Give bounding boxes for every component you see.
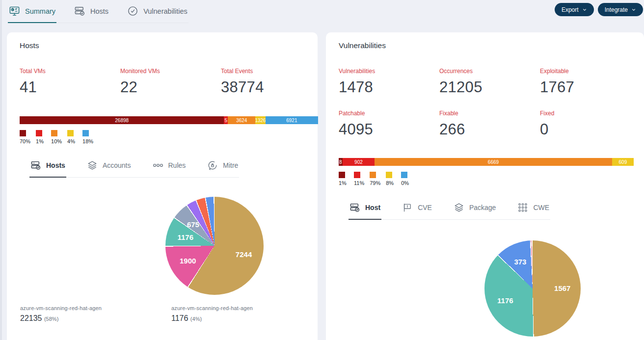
stat-value: 22 (120, 78, 221, 96)
main-tabs: Summary Hosts Vulnerabiliti (8, 0, 188, 23)
legend-color-swatch (401, 172, 407, 178)
legend-item: 4% (67, 130, 77, 144)
legend-percentage: 10% (51, 138, 62, 144)
subtab-hosts[interactable]: Hosts (29, 157, 66, 177)
legend-color-swatch (51, 130, 57, 136)
stat-label: Fixed (540, 110, 641, 117)
stat-label: Occurrences (439, 68, 540, 75)
pie-slice-label: 373 (514, 257, 526, 265)
pie-slice-label: 1176 (497, 296, 513, 305)
pie-slice-label: 7244 (236, 250, 252, 259)
stat-value: 41 (20, 78, 120, 96)
stat-value: 266 (439, 121, 540, 138)
stat-fixed: Fixed 0 (540, 110, 641, 138)
legend-color-swatch (67, 130, 74, 136)
subtab-label: CWE (533, 204, 549, 211)
stat-patchable: Patchable 4095 (339, 110, 439, 138)
legend-percentage: 0% (401, 180, 411, 186)
hosts-stats-row: Total VMs 41 Monitored VMs 22 Total Even… (20, 68, 322, 96)
host-name: azure-vm-scanning-red-hat-agen (171, 305, 322, 311)
shield-icon (127, 5, 138, 17)
vuln-bar-legend: 1%11%79%8%0% (339, 172, 411, 186)
vuln-sub-tabs: Host CVE Package (349, 199, 550, 220)
export-button-label: Export (562, 6, 579, 13)
pie-legend-entry: azure-vm-scanning-red-hat-agen 1176 (4%) (171, 305, 322, 323)
subtab-accounts[interactable]: Accounts (86, 157, 132, 177)
host-events-pct: (58%) (44, 316, 58, 322)
stat-label: Total VMs (20, 68, 120, 75)
stat-occurrences: Occurrences 21205 (439, 68, 540, 96)
legend-percentage: 11% (354, 180, 364, 186)
legend-color-swatch (36, 130, 42, 136)
pie-slice-label: 1176 (177, 233, 193, 241)
vulnerabilities-panel: Vulnerabilities Vulnerabilities 1478 Occ… (326, 32, 644, 340)
bar-segment: 8 (339, 158, 343, 166)
stat-label: Monitored VMs (120, 68, 221, 75)
hosts-panel-title: Hosts (20, 41, 39, 50)
top-bar: Summary Hosts Vulnerabiliti (0, 0, 644, 32)
server-icon (74, 5, 85, 17)
subtab-label: Mitre (223, 161, 238, 169)
legend-item: 18% (82, 130, 93, 144)
vuln-stacked-bar: 89026669609 (339, 158, 634, 166)
bar-segment: 6669 (375, 158, 612, 166)
legend-item: 11% (354, 172, 364, 186)
dashboard-monitor-icon (9, 5, 20, 17)
bar-segment: 6921 (266, 116, 318, 124)
subtab-rules[interactable]: Rules (152, 157, 187, 177)
subtab-host[interactable]: Host (349, 199, 381, 219)
vuln-pie-chart: 15671176373 (484, 240, 581, 337)
export-button[interactable]: Export (555, 3, 594, 16)
stat-label: Fixable (439, 110, 540, 117)
legend-percentage: 18% (82, 138, 93, 144)
subtab-mitre[interactable]: Mitre (206, 157, 239, 177)
legend-percentage: 1% (339, 180, 349, 186)
legend-item: 1% (339, 172, 349, 186)
hosts-stacked-bar: 268985362413266921 (20, 116, 318, 124)
layers-icon (87, 160, 98, 171)
integrate-button[interactable]: Integrate (598, 3, 643, 16)
legend-percentage: 79% (370, 180, 380, 186)
tab-vulnerabilities[interactable]: Vulnerabilities (126, 0, 188, 23)
host-events-value: 1176 (171, 314, 188, 322)
subtab-label: Accounts (103, 161, 131, 169)
hosts-panel: Hosts Total VMs 41 Monitored VMs 22 Tota… (7, 32, 318, 340)
flag-alert-icon (402, 202, 413, 213)
stat-total-events: Total Events 38774 (221, 68, 322, 96)
pie-legend-entry: azure-vm-scanning-red-hat-agen 22135 (58… (20, 305, 171, 323)
three-circles-icon (153, 160, 163, 171)
stat-value: 4095 (339, 121, 439, 138)
legend-item: 8% (386, 172, 396, 186)
vuln-stats-row-1: Vulnerabilities 1478 Occurrences 21205 E… (339, 68, 641, 96)
legend-color-swatch (354, 172, 360, 178)
subtab-cve[interactable]: CVE (401, 199, 433, 219)
tab-vulnerabilities-label: Vulnerabilities (143, 7, 188, 15)
subtab-label: Rules (168, 161, 186, 169)
hosts-pie-legend: azure-vm-scanning-red-hat-agen 22135 (58… (20, 305, 322, 323)
subtab-package[interactable]: Package (453, 199, 497, 219)
tab-hosts[interactable]: Hosts (73, 0, 109, 23)
tab-summary[interactable]: Summary (8, 0, 56, 23)
legend-item: 1% (36, 130, 46, 144)
legend-item: 79% (370, 172, 380, 186)
bar-segment: 5 (224, 116, 228, 124)
vuln-stats-row-2: Patchable 4095 Fixable 266 Fixed 0 (339, 110, 641, 138)
pie-slice-label: 1900 (180, 256, 196, 264)
stat-monitored-vms: Monitored VMs 22 (120, 68, 221, 96)
stat-fixable: Fixable 266 (439, 110, 540, 138)
lock-cycle-icon (207, 160, 218, 171)
subtab-label: Package (469, 204, 496, 211)
legend-percentage: 1% (36, 138, 46, 144)
subtab-cwe[interactable]: CWE (516, 199, 550, 219)
vulnerabilities-panel-title: Vulnerabilities (339, 41, 386, 50)
stat-value: 38774 (221, 78, 322, 96)
stat-label: Patchable (339, 110, 439, 117)
legend-percentage: 8% (386, 180, 396, 186)
legend-percentage: 70% (20, 138, 30, 144)
legend-color-swatch (82, 130, 89, 136)
dots-grid-icon (517, 202, 528, 213)
integrate-button-label: Integrate (605, 6, 628, 13)
subtab-label: CVE (418, 204, 432, 211)
bar-segment: 1326 (255, 116, 266, 124)
host-name: azure-vm-scanning-red-hat-agen (20, 305, 171, 311)
